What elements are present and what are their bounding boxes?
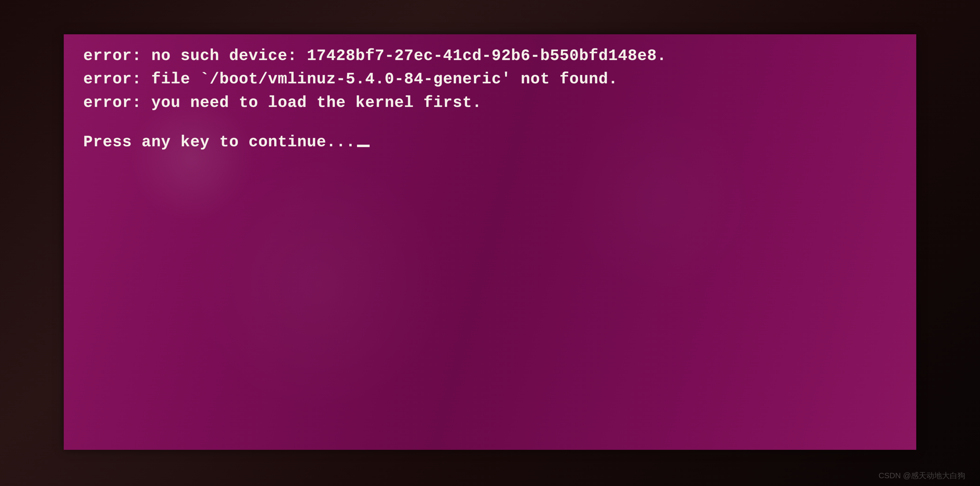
prompt-line: Press any key to continue... (83, 131, 897, 154)
csdn-watermark: CSDN @感天动地大白狗 (878, 470, 965, 481)
cursor-icon (357, 145, 370, 147)
error-line-file-not-found: error: file `/boot/vmlinuz-5.4.0-84-gene… (83, 67, 897, 91)
error-line-load-kernel: error: you need to load the kernel first… (83, 91, 897, 115)
prompt-text: Press any key to continue... (83, 133, 355, 151)
error-line-no-such-device: error: no such device: 17428bf7-27ec-41c… (83, 44, 897, 68)
blank-line (83, 115, 897, 131)
grub-error-screen[interactable]: error: no such device: 17428bf7-27ec-41c… (64, 34, 916, 450)
